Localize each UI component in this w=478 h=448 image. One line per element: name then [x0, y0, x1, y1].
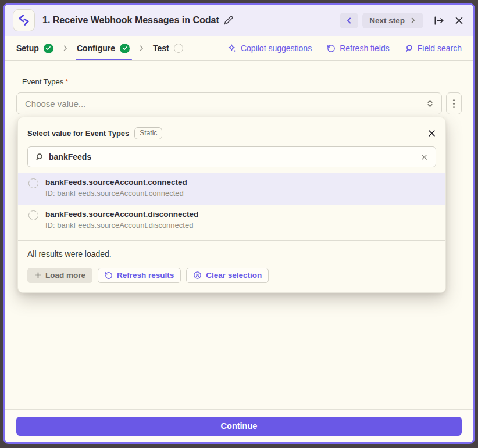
option-label: bankFeeds.sourceAccount.connected	[45, 177, 187, 188]
plus-icon	[34, 271, 42, 279]
copilot-suggestions-button[interactable]: Copilot suggestions	[227, 44, 312, 53]
copilot-suggestions-label: Copilot suggestions	[241, 44, 312, 53]
clear-search-button[interactable]	[420, 153, 429, 162]
tab-test[interactable]: Test	[153, 36, 183, 60]
close-icon	[427, 129, 436, 138]
sparkle-icon	[227, 44, 237, 53]
option-id: ID: bankFeeds.sourceAccount.connected	[45, 188, 187, 199]
dropdown-close-button[interactable]	[427, 129, 436, 138]
results-loaded-note: All results were loaded.	[27, 249, 112, 260]
field-options-menu-button[interactable]	[446, 92, 462, 114]
chevron-right-icon	[409, 17, 416, 24]
event-types-select[interactable]: Choose value...	[16, 92, 442, 114]
chevron-up-down-icon	[426, 99, 434, 108]
codat-app-icon	[13, 9, 35, 31]
search-icon	[35, 153, 44, 162]
setup-complete-icon	[44, 44, 53, 53]
option-bankfeeds-connected[interactable]: bankFeeds.sourceAccount.connected ID: ba…	[18, 173, 445, 205]
field-search-button[interactable]: Field search	[405, 44, 462, 53]
circle-x-icon	[193, 271, 202, 279]
step-title: 1. Receive Webhook Messages in Codat	[42, 15, 219, 26]
option-bankfeeds-disconnected[interactable]: bankFeeds.sourceAccount.disconnected ID:…	[18, 205, 445, 236]
code-brackets-icon	[16, 13, 31, 28]
configure-complete-icon	[120, 44, 130, 53]
dropdown-search-box	[27, 146, 436, 167]
radio-button[interactable]	[28, 178, 38, 188]
close-icon	[420, 153, 429, 162]
chevron-left-icon	[345, 17, 353, 24]
active-tab-underline	[76, 59, 132, 60]
tab-setup[interactable]: Setup	[16, 36, 53, 60]
refresh-icon	[105, 271, 113, 279]
panel-footer: Continue	[5, 409, 473, 442]
option-label: bankFeeds.sourceAccount.disconnected	[45, 209, 198, 220]
tab-separator-icon	[62, 45, 69, 52]
event-types-label: Event Types	[22, 77, 63, 87]
refresh-results-label: Refresh results	[117, 271, 174, 279]
field-search-label: Field search	[418, 44, 462, 53]
step-editor-panel: 1. Receive Webhook Messages in Codat Nex…	[3, 3, 475, 444]
load-more-button[interactable]: Load more	[27, 268, 92, 283]
step-tabbar: Setup Configure Test	[5, 36, 473, 61]
dropdown-options-list: bankFeeds.sourceAccount.connected ID: ba…	[18, 173, 445, 236]
test-incomplete-icon	[174, 44, 183, 53]
tab-configure[interactable]: Configure	[77, 36, 130, 60]
dropdown-search-input[interactable]	[49, 152, 415, 162]
select-placeholder: Choose value...	[25, 99, 426, 109]
tab-configure-label: Configure	[77, 44, 115, 53]
refresh-results-button[interactable]: Refresh results	[98, 268, 181, 283]
continue-button[interactable]: Continue	[16, 417, 462, 436]
collapse-panel-button[interactable]	[433, 15, 445, 27]
load-more-label: Load more	[45, 271, 85, 279]
static-badge: Static	[134, 127, 162, 139]
search-icon	[405, 44, 413, 53]
option-id: ID: bankFeeds.sourceAccount.disconnected	[45, 220, 198, 231]
refresh-icon	[327, 44, 336, 53]
configure-form: Event Types* Choose value... Select valu…	[5, 61, 473, 409]
refresh-fields-label: Refresh fields	[340, 44, 390, 53]
clear-selection-button[interactable]: Clear selection	[186, 268, 269, 283]
bar-arrow-right-icon	[433, 15, 445, 27]
next-step-label: Next step	[369, 16, 405, 25]
radio-button[interactable]	[28, 210, 38, 220]
panel-header: 1. Receive Webhook Messages in Codat Nex…	[5, 5, 473, 36]
refresh-fields-button[interactable]: Refresh fields	[327, 44, 390, 53]
dropdown-title: Select value for Event Types	[27, 129, 129, 138]
close-icon	[454, 16, 464, 26]
clear-selection-label: Clear selection	[206, 271, 262, 279]
next-step-button[interactable]: Next step	[362, 13, 423, 28]
previous-step-button[interactable]	[340, 13, 358, 28]
tab-test-label: Test	[153, 44, 169, 53]
tab-separator-icon	[138, 45, 145, 52]
event-types-dropdown: Select value for Event Types Static	[17, 117, 446, 293]
required-marker: *	[65, 77, 68, 86]
edit-title-icon[interactable]	[224, 16, 233, 25]
close-panel-button[interactable]	[454, 16, 464, 26]
tab-setup-label: Setup	[16, 44, 39, 53]
kebab-icon	[453, 99, 455, 101]
